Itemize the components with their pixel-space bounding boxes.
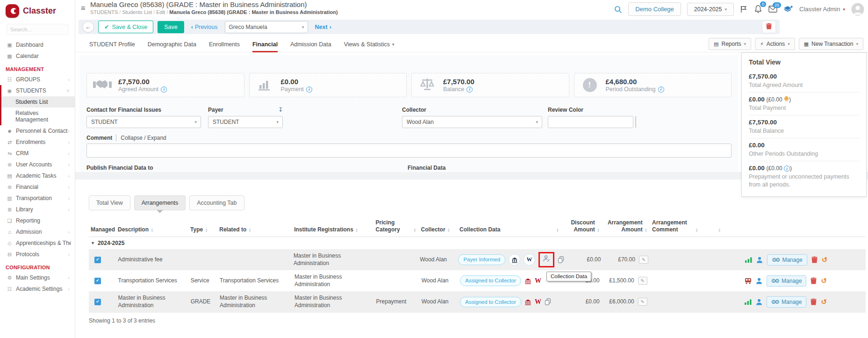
person-icon[interactable]	[756, 278, 762, 284]
sidebar-item-financial[interactable]: ⊜Financial‹	[0, 181, 75, 193]
col-collection-data[interactable]: Collection Data▲▼	[458, 217, 562, 237]
breadcrumb-students-list[interactable]: Students List	[118, 9, 152, 15]
col-institute-registrations[interactable]: Institute Registrations▲▼	[292, 217, 373, 237]
col-pricing-category[interactable]: Pricing Category▲▼	[374, 217, 419, 237]
sort-icon[interactable]: ▲▼	[151, 228, 153, 232]
sort-icon[interactable]: ▲▼	[645, 228, 647, 232]
save-button[interactable]: Save	[158, 21, 184, 33]
collector-logo-icon[interactable]: W	[535, 298, 541, 306]
managed-checkbox[interactable]: ✔	[94, 257, 101, 263]
tab-financial[interactable]: Financial	[252, 36, 278, 52]
undo-icon[interactable]: ↺	[822, 255, 828, 265]
sidebar-item-main-settings[interactable]: ⚙Main Settings‹	[0, 272, 75, 283]
previous-student-button[interactable]: ‹Previous	[188, 23, 221, 31]
sidebar-item-students-list[interactable]: Students List	[1, 96, 75, 108]
delete-record-button[interactable]	[762, 21, 776, 33]
sidebar-item-dashboard[interactable]: ▣Dashboard	[0, 39, 75, 50]
collector-select[interactable]: Wood Alan▾	[402, 116, 542, 128]
next-student-button[interactable]: Next›	[312, 23, 334, 31]
manage-button[interactable]: ⚙⚙Manage	[767, 275, 807, 287]
tab-accounting[interactable]: Accounting Tab	[189, 195, 244, 210]
color-swatch[interactable]	[635, 116, 636, 128]
delete-icon[interactable]	[811, 256, 818, 263]
bank-icon[interactable]	[509, 254, 520, 266]
payer-assign-icon[interactable]: ↧	[278, 107, 283, 113]
money-icon[interactable]	[745, 299, 752, 305]
hamburger-menu-icon[interactable]: ≡	[81, 4, 85, 13]
edit-icon[interactable]: ✎	[638, 277, 647, 285]
new-transaction-button[interactable]: ▦New Transaction▾	[799, 38, 863, 50]
sort-icon[interactable]: ▲▼	[205, 228, 208, 232]
manage-button[interactable]: ⚙⚙Manage	[767, 296, 807, 308]
sidebar-item-groups[interactable]: ☷GROUPS‹	[0, 74, 75, 85]
search-icon[interactable]	[614, 5, 622, 14]
col-extra-1[interactable]: ▲▼	[693, 217, 716, 237]
sidebar-item-protocols[interactable]: ⊟Protocols‹	[0, 249, 75, 260]
money-icon[interactable]	[745, 257, 752, 263]
sort-icon[interactable]: ▲▼	[556, 228, 559, 232]
info-icon[interactable]: i	[161, 86, 167, 93]
tab-student-profile[interactable]: STUDENT Profile	[89, 36, 135, 52]
sidebar-item-academic-settings[interactable]: ☷Academic Settings‹	[0, 283, 75, 295]
sidebar-item-calendar[interactable]: ▦Calendar	[0, 50, 75, 62]
sidebar-item-admission[interactable]: ⌂Admission‹	[0, 226, 75, 237]
edit-icon[interactable]: ✎	[639, 256, 648, 264]
sort-icon[interactable]: ▲▼	[718, 228, 721, 232]
search-input[interactable]	[7, 24, 68, 35]
back-button[interactable]: ←	[82, 21, 94, 33]
bus-icon[interactable]	[745, 278, 752, 284]
add-layers-icon[interactable]	[783, 5, 793, 14]
undo-icon[interactable]: ↺	[821, 297, 827, 307]
tab-enrollments[interactable]: Enrollments	[209, 36, 240, 52]
sidebar-item-reporting[interactable]: ❏Reporting	[0, 215, 75, 226]
sidebar-item-crm[interactable]: ⇋CRM‹	[0, 148, 75, 159]
breadcrumb-students[interactable]: STUDENTS	[90, 9, 118, 15]
table-row[interactable]: ✔ Administrative fee Master in Business …	[89, 249, 866, 270]
copy-icon[interactable]	[545, 298, 551, 305]
sort-icon[interactable]: ▲▼	[355, 228, 358, 232]
tab-demographic-data[interactable]: Demographic Data	[148, 36, 196, 52]
tab-views-statistics[interactable]: Views & Statistics▾	[344, 36, 395, 52]
user-menu[interactable]: Classter Admin▾	[799, 6, 845, 13]
avatar[interactable]	[851, 3, 864, 16]
actions-button[interactable]: ⚡Actions▾	[755, 38, 795, 50]
sort-icon[interactable]: ▲▼	[695, 228, 698, 232]
brand-logo[interactable]: Classter	[0, 0, 75, 19]
edit-icon[interactable]: ✎	[638, 298, 647, 306]
collector-logo-icon[interactable]: W	[535, 277, 541, 285]
comment-textarea[interactable]	[86, 144, 732, 158]
collector-logo-icon[interactable]: W	[524, 254, 535, 266]
sidebar-item-transportation[interactable]: ▥Transportation‹	[0, 193, 75, 204]
sidebar-item-library[interactable]: ≣Library‹	[0, 204, 75, 215]
sort-icon[interactable]: ▲▼	[413, 228, 416, 232]
tab-admission-data[interactable]: Admission Data	[290, 36, 331, 52]
table-row[interactable]: ✔ Master in Business Administration GRAD…	[89, 291, 866, 312]
college-selector-button[interactable]: Demo College	[628, 2, 681, 16]
sort-icon[interactable]: ▲▼	[597, 228, 600, 232]
info-icon[interactable]: i	[658, 86, 664, 93]
breadcrumb-edit[interactable]: Edit	[152, 9, 165, 15]
tab-arrangements[interactable]: Arrangements	[134, 195, 186, 210]
table-row[interactable]: ✔ Transportation Services Service Transp…	[89, 270, 866, 291]
save-and-close-button[interactable]: ✔Save & Close	[98, 21, 153, 33]
col-description[interactable]: Description▲▼	[116, 217, 188, 237]
sort-icon[interactable]: ▲▼	[248, 228, 251, 232]
bank-icon[interactable]	[524, 278, 531, 284]
bank-icon[interactable]	[524, 299, 531, 305]
manage-button[interactable]: ⚙⚙Manage	[767, 254, 807, 266]
info-icon[interactable]: i	[784, 165, 790, 172]
col-related-to[interactable]: Related to▲▼	[217, 217, 292, 237]
collection-status-badge[interactable]: Assigned to Collector	[460, 297, 521, 308]
col-discount-amount[interactable]: Discount Amount▲▼	[562, 217, 603, 237]
info-icon[interactable]: i	[306, 86, 312, 93]
undo-icon[interactable]: ↺	[821, 276, 827, 286]
col-arrangement-amount[interactable]: Arrangement Amount▲▼	[603, 217, 650, 237]
sort-icon[interactable]: ▲▼	[447, 228, 450, 232]
col-collector[interactable]: Collector▲▼	[419, 217, 458, 237]
managed-checkbox[interactable]: ✔	[94, 299, 101, 305]
col-managed[interactable]: Managed▲▼	[89, 217, 116, 237]
collapse-expand-link[interactable]: Collapse / Expand	[116, 135, 166, 141]
sidebar-item-apprenticeships[interactable]: ◇Apprenticeships & Thesis	[0, 237, 75, 249]
sidebar-item-academic-tasks[interactable]: ▤Academic Tasks‹	[0, 170, 75, 181]
person-icon[interactable]	[756, 299, 762, 305]
